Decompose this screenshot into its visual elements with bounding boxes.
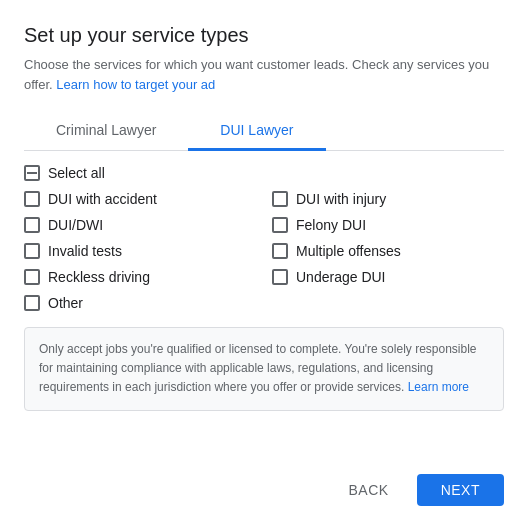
checkbox-multiple-offenses	[272, 243, 288, 259]
checkbox-dui-injury	[272, 191, 288, 207]
select-all-checkbox[interactable]: Select all	[24, 165, 105, 181]
service-reckless-driving[interactable]: Reckless driving	[24, 269, 256, 285]
checkbox-underage-dui	[272, 269, 288, 285]
tab-criminal[interactable]: Criminal Lawyer	[24, 112, 188, 151]
label-dui-injury: DUI with injury	[296, 191, 386, 207]
service-dui-dwi[interactable]: DUI/DWI	[24, 217, 256, 233]
service-dui-accident[interactable]: DUI with accident	[24, 191, 256, 207]
learn-link[interactable]: Learn how to target your ad	[56, 77, 215, 92]
page-title: Set up your service types	[24, 24, 504, 47]
service-felony-dui[interactable]: Felony DUI	[272, 217, 504, 233]
label-felony-dui: Felony DUI	[296, 217, 366, 233]
tab-dui[interactable]: DUI Lawyer	[188, 112, 325, 151]
service-multiple-offenses[interactable]: Multiple offenses	[272, 243, 504, 259]
select-all-label: Select all	[48, 165, 105, 181]
next-button[interactable]: NEXT	[417, 474, 504, 506]
back-button[interactable]: BACK	[333, 474, 405, 506]
tabs-container: Criminal Lawyer DUI Lawyer	[24, 112, 504, 151]
service-underage-dui[interactable]: Underage DUI	[272, 269, 504, 285]
notice-learn-more[interactable]: Learn more	[408, 380, 469, 394]
label-invalid-tests: Invalid tests	[48, 243, 122, 259]
checkbox-dui-dwi	[24, 217, 40, 233]
notice-box: Only accept jobs you're qualified or lic…	[24, 327, 504, 411]
checkbox-dui-accident	[24, 191, 40, 207]
footer: BACK NEXT	[24, 466, 504, 506]
label-dui-accident: DUI with accident	[48, 191, 157, 207]
service-dui-injury[interactable]: DUI with injury	[272, 191, 504, 207]
checkbox-invalid-tests	[24, 243, 40, 259]
select-all-row: Select all	[24, 165, 504, 181]
checkbox-other	[24, 295, 40, 311]
label-reckless-driving: Reckless driving	[48, 269, 150, 285]
label-other: Other	[48, 295, 83, 311]
checkbox-reckless-driving	[24, 269, 40, 285]
subtitle: Choose the services for which you want c…	[24, 55, 504, 94]
select-all-checkbox-box	[24, 165, 40, 181]
checkbox-felony-dui	[272, 217, 288, 233]
label-underage-dui: Underage DUI	[296, 269, 386, 285]
label-dui-dwi: DUI/DWI	[48, 217, 103, 233]
service-other[interactable]: Other	[24, 295, 256, 311]
label-multiple-offenses: Multiple offenses	[296, 243, 401, 259]
page-container: Set up your service types Choose the ser…	[0, 0, 528, 526]
services-grid: DUI with accident DUI with injury DUI/DW…	[24, 191, 504, 311]
service-invalid-tests[interactable]: Invalid tests	[24, 243, 256, 259]
